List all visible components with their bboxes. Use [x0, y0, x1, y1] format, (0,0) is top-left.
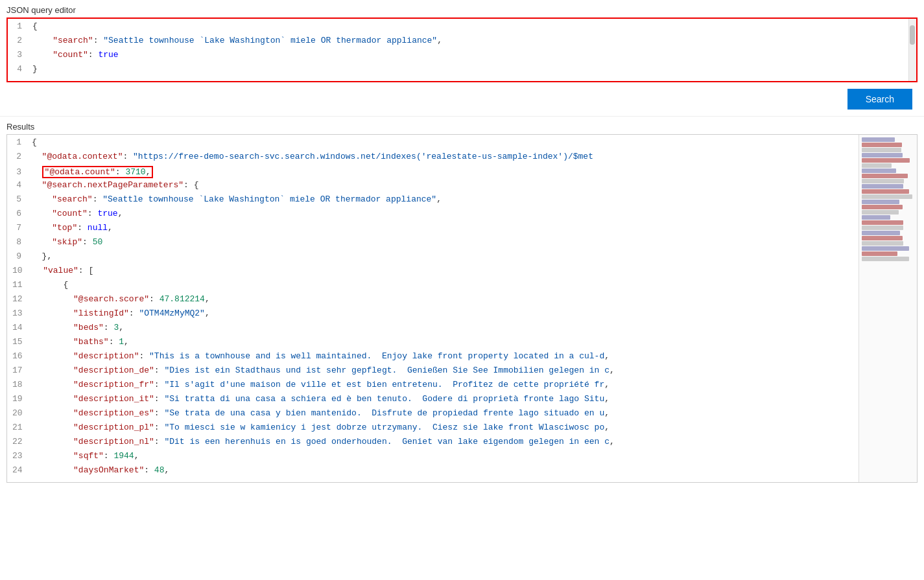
line-number: 16	[12, 351, 33, 361]
result-line: 11 {	[7, 280, 859, 294]
result-line: 9 },	[7, 251, 859, 266]
line-number: 22	[12, 437, 33, 447]
minimap-line	[862, 226, 903, 230]
editor-line: 1{	[8, 21, 916, 36]
line-number: 5	[12, 194, 32, 204]
line-content: "sqft": 1944,	[33, 451, 853, 461]
minimap-line	[862, 200, 899, 204]
line-number: 19	[12, 394, 33, 404]
editor-scrollbar[interactable]	[908, 19, 916, 81]
line-content: "baths": 1,	[33, 337, 853, 347]
minimap-line	[862, 158, 910, 163]
minimap-line	[862, 215, 890, 220]
line-number: 4	[12, 180, 32, 190]
line-number: 1	[12, 137, 32, 147]
line-content: {	[32, 21, 911, 31]
results-editor[interactable]: 1{2 "@odata.context": "https://free-demo…	[6, 134, 918, 483]
result-line: 16 "description": "This is a townhouse a…	[7, 351, 859, 365]
result-line: 21 "description_pl": "To miesci sie w ka…	[7, 423, 859, 437]
line-content: "@odata.count": 3710,	[32, 166, 853, 178]
result-line: 24 "daysOnMarket": 48,	[7, 465, 859, 480]
minimap	[859, 135, 917, 482]
result-line: 1{	[7, 137, 859, 152]
line-number: 20	[12, 408, 33, 418]
results-section: Results 1{2 "@odata.context": "https://f…	[0, 117, 924, 483]
line-content: "@search.score": 47.812214,	[33, 294, 853, 304]
line-content: {	[32, 137, 853, 147]
line-number: 3	[13, 50, 32, 60]
result-line: 10 "value": [	[7, 266, 859, 280]
line-number: 17	[12, 365, 33, 375]
editor-line: 3 "count": true	[8, 50, 916, 64]
result-line: 12 "@search.score": 47.812214,	[7, 294, 859, 308]
line-number: 1	[13, 21, 32, 31]
line-number: 11	[12, 280, 33, 290]
result-line: 20 "description_es": "Se trata de una ca…	[7, 408, 859, 423]
minimap-line	[862, 168, 896, 173]
minimap-line	[862, 137, 895, 142]
results-label: Results	[0, 117, 924, 134]
minimap-line	[862, 153, 903, 157]
line-content: "top": null,	[32, 223, 853, 233]
result-line: 22 "description_nl": "Dit is een herenhu…	[7, 437, 859, 451]
line-number: 8	[12, 237, 32, 247]
line-content: "@search.nextPageParameters": {	[32, 180, 853, 190]
result-line: 14 "beds": 3,	[7, 323, 859, 337]
line-number: 10	[12, 266, 33, 275]
result-line: 7 "top": null,	[7, 223, 859, 237]
result-line: 2 "@odata.context": "https://free-demo-s…	[7, 152, 859, 166]
line-content: "description": "This is a townhouse and …	[33, 351, 853, 361]
minimap-line	[862, 205, 903, 209]
result-line: 8 "skip": 50	[7, 237, 859, 251]
line-content: "description_fr": "Il s'agit d'une maiso…	[33, 380, 853, 389]
line-content: "value": [	[33, 266, 853, 275]
search-button[interactable]: Search	[847, 89, 912, 110]
result-line: 5 "search": "Seattle townhouse `Lake Was…	[7, 194, 859, 209]
query-editor[interactable]: 1{2 "search": "Seattle townhouse `Lake W…	[6, 17, 918, 82]
line-content: "description_es": "Se trata de una casa …	[33, 408, 853, 418]
result-line: 15 "baths": 1,	[7, 337, 859, 351]
minimap-line	[862, 257, 909, 261]
result-line: 13 "listingId": "OTM4MzMyMQ2",	[7, 308, 859, 323]
line-number: 3	[12, 167, 32, 177]
line-content: }	[32, 64, 911, 74]
line-number: 24	[12, 465, 33, 475]
editor-section: JSON query editor 1{2 "search": "Seattle…	[0, 0, 924, 82]
line-content: "search": "Seattle townhouse `Lake Washi…	[32, 194, 853, 204]
line-content: "daysOnMarket": 48,	[33, 465, 853, 475]
line-content: "description_it": "Si tratta di una casa…	[33, 394, 853, 404]
minimap-line	[862, 163, 892, 168]
line-number: 13	[12, 308, 33, 318]
line-number: 2	[12, 152, 32, 161]
minimap-line	[862, 179, 904, 183]
minimap-line	[862, 231, 900, 235]
result-line: 4 "@search.nextPageParameters": {	[7, 180, 859, 194]
line-number: 2	[13, 36, 32, 45]
line-content: "skip": 50	[32, 237, 853, 247]
line-content: "count": true	[32, 50, 911, 60]
line-content: "search": "Seattle townhouse `Lake Washi…	[32, 36, 911, 45]
line-content: },	[32, 251, 853, 261]
search-bar-row: Search	[0, 82, 924, 117]
result-line: 3 "@odata.count": 3710,	[7, 166, 859, 180]
minimap-line	[862, 241, 903, 246]
minimap-line	[862, 246, 909, 251]
line-content: "description_de": "Dies ist ein Stadthau…	[33, 365, 853, 375]
line-content: "listingId": "OTM4MzMyMQ2",	[33, 308, 853, 318]
line-content: "beds": 3,	[33, 323, 853, 332]
line-number: 21	[12, 423, 33, 432]
editor-line: 4}	[8, 64, 916, 78]
minimap-line	[862, 210, 899, 215]
line-number: 9	[12, 251, 32, 261]
result-line: 19 "description_it": "Si tratta di una c…	[7, 394, 859, 408]
line-content: "@odata.context": "https://free-demo-sea…	[32, 152, 853, 161]
minimap-line	[862, 148, 901, 152]
result-line: 6 "count": true,	[7, 209, 859, 223]
result-line: 17 "description_de": "Dies ist ein Stadt…	[7, 365, 859, 380]
line-content: {	[33, 280, 853, 290]
line-number: 6	[12, 209, 32, 218]
minimap-line	[862, 236, 903, 240]
line-content: "description_pl": "To miesci sie w kamie…	[33, 423, 853, 432]
line-number: 15	[12, 337, 33, 347]
line-number: 12	[12, 294, 33, 304]
